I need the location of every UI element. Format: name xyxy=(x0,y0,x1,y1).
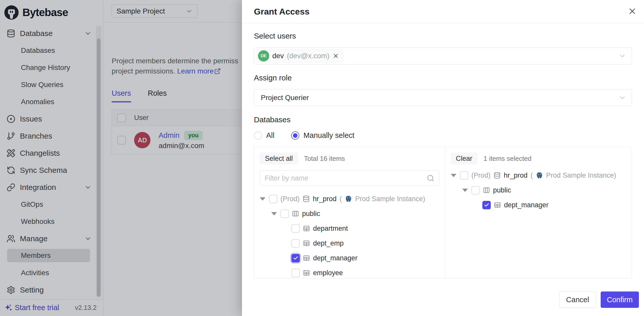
close-icon xyxy=(628,7,637,16)
check-icon xyxy=(484,202,490,208)
database-name: hr_prod xyxy=(504,172,527,179)
modal-header: Grant Access xyxy=(242,0,644,23)
assign-role-label: Assign role xyxy=(254,73,632,83)
schema-icon xyxy=(483,187,490,194)
filter-input[interactable] xyxy=(265,174,427,182)
screen: Bytebase Database Databases Change Histo… xyxy=(0,0,644,316)
selected-tree: (Prod) hr_prod ( Prod Sample Instance) p… xyxy=(451,168,626,212)
instance-label: Prod Sample Instance) xyxy=(546,172,616,179)
checkbox[interactable] xyxy=(280,210,289,218)
radio-all-label: All xyxy=(266,131,274,140)
checkbox[interactable] xyxy=(291,269,300,277)
radio-manual-label: Manually select xyxy=(303,131,354,140)
checkbox[interactable] xyxy=(460,171,468,180)
table-name: dept_emp xyxy=(313,239,344,247)
database-transfer-panel: Select all Total 16 items (Prod) xyxy=(254,147,632,278)
env-label: (Prod) xyxy=(280,195,300,203)
tree-item-table[interactable]: employee xyxy=(260,265,439,278)
postgresql-icon xyxy=(536,172,543,179)
database-icon xyxy=(303,195,310,202)
tree-item-database[interactable]: (Prod) hr_prod ( Prod Sample Instance) xyxy=(260,191,439,206)
schema-icon xyxy=(292,210,299,217)
tree-item-table[interactable]: department xyxy=(260,221,439,236)
table-name: department xyxy=(313,225,348,233)
table-icon xyxy=(303,225,310,232)
role-select-value: Project Querier xyxy=(261,94,309,102)
modal-footer: Cancel Confirm xyxy=(242,283,644,316)
clear-button[interactable]: Clear xyxy=(451,153,478,164)
search-icon xyxy=(427,174,434,182)
instance-label: Prod Sample Instance) xyxy=(355,195,425,203)
tree-item-database[interactable]: (Prod) hr_prod ( Prod Sample Instance) xyxy=(451,168,626,183)
env-label: (Prod) xyxy=(471,172,491,179)
selected-user-tag: DE dev (dev@x.com) xyxy=(257,50,343,62)
checkbox[interactable] xyxy=(291,224,300,233)
checkbox-checked[interactable] xyxy=(291,254,300,262)
tree-item-table[interactable]: dept_manager xyxy=(451,198,626,212)
close-button[interactable] xyxy=(627,7,637,17)
checkbox[interactable] xyxy=(291,239,300,248)
caret-down-icon[interactable] xyxy=(462,189,468,192)
remove-tag-icon[interactable] xyxy=(332,53,339,59)
tree-item-table[interactable]: dept_emp xyxy=(260,236,439,251)
paren: ( xyxy=(531,172,533,179)
database-icon xyxy=(494,172,501,179)
transfer-source-pane: Select all Total 16 items (Prod) xyxy=(254,147,445,278)
radio-all[interactable]: All xyxy=(254,131,274,140)
postgresql-icon xyxy=(345,195,352,202)
transfer-selected-pane: Clear 1 items selected (Prod) hr_prod ( xyxy=(445,147,632,278)
selected-user-name: dev xyxy=(272,52,284,60)
caret-down-icon[interactable] xyxy=(451,174,456,177)
selected-user-email: (dev@x.com) xyxy=(287,52,329,60)
table-name: employee xyxy=(313,269,343,277)
source-pane-header: Select all Total 16 items xyxy=(260,153,439,164)
modal-title: Grant Access xyxy=(254,7,310,17)
radio-button[interactable] xyxy=(254,131,262,140)
total-items-label: Total 16 items xyxy=(304,155,345,163)
cancel-button[interactable]: Cancel xyxy=(559,291,596,308)
chevron-down-icon xyxy=(619,94,626,102)
radio-manually-select[interactable]: Manually select xyxy=(291,131,354,140)
tree-item-schema[interactable]: public xyxy=(260,206,439,221)
tree-item-schema[interactable]: public xyxy=(451,183,626,198)
check-icon xyxy=(293,255,299,261)
grant-access-modal: Grant Access Select users DE dev (dev@x.… xyxy=(242,0,644,316)
table-icon xyxy=(303,269,310,276)
users-multiselect[interactable]: DE dev (dev@x.com) xyxy=(254,47,632,64)
caret-down-icon[interactable] xyxy=(271,212,277,215)
checkbox[interactable] xyxy=(269,195,277,203)
role-select[interactable]: Project Querier xyxy=(254,89,632,106)
table-name: dept_manager xyxy=(504,201,548,209)
database-name: hr_prod xyxy=(313,195,337,203)
table-name: dept_manager xyxy=(313,254,357,262)
table-icon xyxy=(494,201,501,209)
filter-field xyxy=(260,171,439,186)
database-scope-radios: All Manually select xyxy=(254,131,632,140)
schema-name: public xyxy=(493,186,511,194)
avatar: DE xyxy=(258,50,269,62)
radio-button-selected[interactable] xyxy=(291,131,299,140)
table-icon xyxy=(303,254,310,262)
modal-body: Select users DE dev (dev@x.com) Assign r… xyxy=(242,31,644,278)
databases-label: Databases xyxy=(254,115,632,125)
schema-name: public xyxy=(302,210,320,218)
chevron-down-icon xyxy=(619,52,626,60)
checkbox[interactable] xyxy=(471,186,480,195)
tree-item-table[interactable]: dept_manager xyxy=(260,251,439,265)
selected-pane-header: Clear 1 items selected xyxy=(451,153,626,164)
checkbox-checked[interactable] xyxy=(482,201,491,209)
selected-count-label: 1 items selected xyxy=(484,155,532,163)
select-users-label: Select users xyxy=(254,31,632,41)
select-all-button[interactable]: Select all xyxy=(260,153,298,164)
caret-down-icon[interactable] xyxy=(260,197,265,201)
source-tree: (Prod) hr_prod ( Prod Sample Instance) p… xyxy=(260,191,439,278)
table-icon xyxy=(303,240,310,247)
paren: ( xyxy=(340,195,342,203)
confirm-button[interactable]: Confirm xyxy=(601,291,639,308)
